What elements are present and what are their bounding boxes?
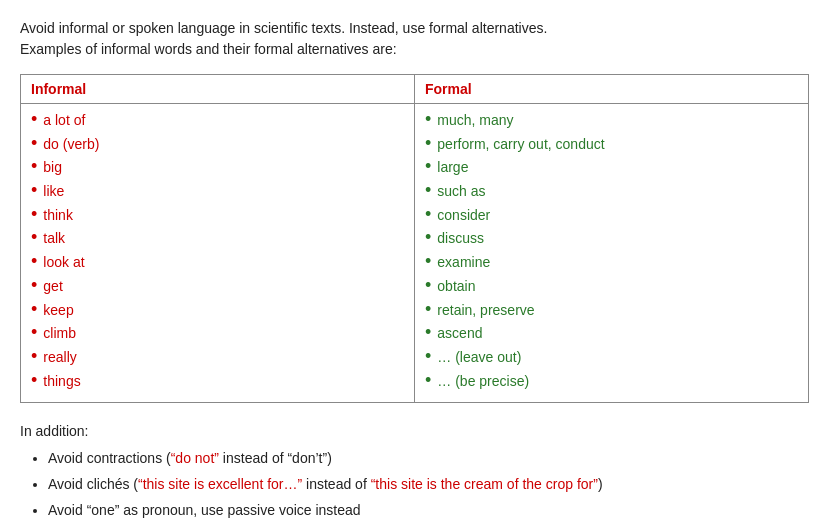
bullet-icon: • — [425, 157, 431, 177]
formal-list-item: •obtain — [425, 276, 798, 298]
formal-list-item: •such as — [425, 181, 798, 203]
bullet-icon: • — [425, 252, 431, 272]
bullet-icon: • — [31, 323, 37, 343]
informal-list-item: •big — [31, 157, 404, 179]
bullet-icon: • — [425, 205, 431, 225]
bullet-icon: • — [31, 110, 37, 130]
bullet-icon: • — [425, 371, 431, 391]
informal-list-item: •things — [31, 371, 404, 393]
informal-list-item: •like — [31, 181, 404, 203]
bullet-icon: • — [425, 276, 431, 296]
informal-list-item: •climb — [31, 323, 404, 345]
bullet-icon: • — [31, 134, 37, 154]
bullet-icon: • — [31, 347, 37, 367]
bullet-icon: • — [31, 157, 37, 177]
formal-list-item: •perform, carry out, conduct — [425, 134, 798, 156]
informal-column: •a lot of•do (verb)•big•like•think•talk•… — [21, 104, 415, 402]
bullet-icon: • — [31, 205, 37, 225]
formal-header: Formal — [415, 75, 808, 103]
vocab-table: Informal Formal •a lot of•do (verb)•big•… — [20, 74, 809, 403]
bullet-icon: • — [31, 252, 37, 272]
bullet-icon: • — [31, 228, 37, 248]
intro-paragraph: Avoid informal or spoken language in sci… — [20, 18, 809, 60]
addition-list-item: Avoid clichés (“this site is excellent f… — [48, 474, 809, 495]
addition-section: In addition: Avoid contractions (“do not… — [20, 421, 809, 521]
addition-list-item: Avoid “one” as pronoun, use passive voic… — [48, 500, 809, 521]
informal-list-item: •talk — [31, 228, 404, 250]
formal-list-item: •… (be precise) — [425, 371, 798, 393]
bullet-icon: • — [425, 110, 431, 130]
table-body: •a lot of•do (verb)•big•like•think•talk•… — [21, 104, 808, 402]
bullet-icon: • — [31, 371, 37, 391]
informal-list-item: •a lot of — [31, 110, 404, 132]
addition-list-item: Avoid contractions (“do not” instead of … — [48, 448, 809, 469]
bullet-icon: • — [425, 347, 431, 367]
table-header: Informal Formal — [21, 75, 808, 104]
formal-column: •much, many•perform, carry out, conduct•… — [415, 104, 808, 402]
informal-list-item: •really — [31, 347, 404, 369]
bullet-icon: • — [425, 181, 431, 201]
bullet-icon: • — [31, 181, 37, 201]
informal-list-item: •look at — [31, 252, 404, 274]
bullet-icon: • — [31, 276, 37, 296]
formal-list-item: •examine — [425, 252, 798, 274]
informal-list-item: •keep — [31, 300, 404, 322]
formal-list-item: •ascend — [425, 323, 798, 345]
informal-list-item: •think — [31, 205, 404, 227]
formal-list-item: •consider — [425, 205, 798, 227]
formal-list-item: •large — [425, 157, 798, 179]
formal-list-item: •discuss — [425, 228, 798, 250]
informal-list-item: •do (verb) — [31, 134, 404, 156]
bullet-icon: • — [425, 228, 431, 248]
bullet-icon: • — [31, 300, 37, 320]
informal-header: Informal — [21, 75, 415, 103]
bullet-icon: • — [425, 323, 431, 343]
formal-list-item: •much, many — [425, 110, 798, 132]
bullet-icon: • — [425, 134, 431, 154]
formal-list-item: •retain, preserve — [425, 300, 798, 322]
addition-list: Avoid contractions (“do not” instead of … — [48, 448, 809, 521]
formal-list-item: •… (leave out) — [425, 347, 798, 369]
intro-line1: Avoid informal or spoken language in sci… — [20, 20, 547, 36]
bullet-icon: • — [425, 300, 431, 320]
addition-title: In addition: — [20, 421, 809, 442]
intro-line2: Examples of informal words and their for… — [20, 41, 397, 57]
informal-list-item: •get — [31, 276, 404, 298]
